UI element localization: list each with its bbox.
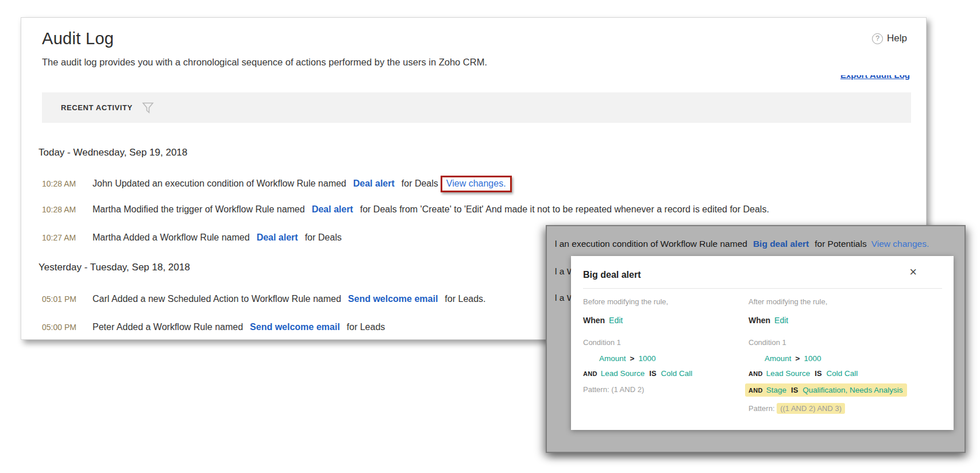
entry-suffix: for Leads. bbox=[445, 294, 485, 304]
entry-text: Martha Added a Workflow Rule named bbox=[92, 232, 250, 242]
date-group-today: Today - Wednesday, Sep 19, 2018 bbox=[38, 147, 187, 158]
entry-time: 10:27 AM bbox=[42, 233, 92, 242]
after-label: After modifying the rule, bbox=[748, 297, 954, 306]
entry-text: John Updated an execution condition of W… bbox=[92, 179, 346, 188]
log-entry: 10:28 AMMartha Modified the trigger of W… bbox=[42, 204, 915, 215]
after-criteria-row-3-highlighted: ANDStageISQualification, Needs Analysis bbox=[745, 383, 907, 397]
entry-time: 05:01 PM bbox=[42, 294, 92, 304]
after-criteria-row-1: Amount>1000 bbox=[765, 354, 954, 363]
trigger-value: Edit bbox=[774, 316, 788, 325]
popup-log-prefix: l an execution condition of Workflow Rul… bbox=[555, 239, 747, 249]
dialog-title: Big deal alert bbox=[583, 270, 936, 280]
help-button[interactable]: ? Help bbox=[872, 33, 907, 44]
after-criteria-row-2: ANDLead SourceISCold Call bbox=[748, 369, 954, 378]
popup-view-changes-link[interactable]: View changes. bbox=[871, 239, 929, 249]
entry-text: Peter Added a Workflow Rule named bbox=[92, 322, 243, 332]
trigger-value: Edit bbox=[609, 316, 623, 325]
entry-text: Carl Added a new Scheduled Action to Wor… bbox=[92, 294, 341, 304]
before-when-row: WhenEdit bbox=[583, 316, 748, 325]
before-criteria-row-2: ANDLead SourceISCold Call bbox=[583, 369, 748, 378]
before-pattern: Pattern: (1 AND 2) bbox=[583, 385, 748, 394]
workflow-rule-link[interactable]: Deal alert bbox=[312, 204, 353, 214]
before-criteria-row-1: Amount>1000 bbox=[599, 354, 748, 363]
export-audit-log-clipped: Export Audit Log bbox=[840, 75, 910, 85]
view-changes-link[interactable]: View changes. bbox=[446, 179, 506, 188]
entry-time: 10:28 AM bbox=[42, 179, 92, 188]
export-audit-log-link[interactable]: Export Audit Log bbox=[840, 75, 910, 80]
entry-suffix: for Deals bbox=[402, 179, 438, 188]
date-group-yesterday: Yesterday - Tuesday, Sep 18, 2018 bbox=[38, 262, 190, 273]
close-icon[interactable]: × bbox=[909, 266, 917, 278]
recent-activity-label: RECENT ACTIVITY bbox=[61, 103, 133, 112]
log-entry: 10:28 AMJohn Updated an execution condit… bbox=[42, 176, 915, 192]
help-label: Help bbox=[887, 33, 907, 44]
after-condition-label: Condition 1 bbox=[748, 338, 954, 347]
entry-suffix: for Deals bbox=[305, 232, 342, 242]
entry-time: 05:00 PM bbox=[42, 323, 92, 332]
entry-text: Martha Modified the trigger of Workflow … bbox=[92, 204, 305, 214]
filter-icon[interactable] bbox=[142, 102, 154, 114]
view-changes-popup: l an execution condition of Workflow Rul… bbox=[546, 225, 966, 453]
recent-activity-bar: RECENT ACTIVITY bbox=[42, 92, 911, 123]
workflow-rule-link[interactable]: Send welcome email bbox=[250, 322, 340, 332]
after-pattern: Pattern: ((1 AND 2) AND 3) bbox=[748, 404, 954, 413]
pattern-highlight: ((1 AND 2) AND 3) bbox=[777, 403, 845, 414]
workflow-rule-link[interactable]: Deal alert bbox=[257, 232, 298, 242]
page-description: The audit log provides you with a chrono… bbox=[42, 57, 487, 68]
red-highlight-box: View changes. bbox=[441, 176, 512, 192]
page-title: Audit Log bbox=[42, 29, 114, 48]
entry-suffix: for Leads bbox=[347, 322, 385, 332]
before-label: Before modifying the rule, bbox=[583, 297, 748, 306]
before-column: Before modifying the rule, WhenEdit Cond… bbox=[583, 289, 748, 413]
after-when-row: WhenEdit bbox=[748, 316, 954, 325]
after-column: After modifying the rule, WhenEdit Condi… bbox=[748, 289, 954, 413]
big-deal-alert-dialog: Big deal alert × Before modifying the ru… bbox=[571, 256, 954, 430]
workflow-rule-link[interactable]: Send welcome email bbox=[348, 294, 438, 304]
help-icon: ? bbox=[872, 33, 883, 44]
entry-suffix: for Deals from 'Create' to 'Edit' And ma… bbox=[360, 204, 769, 214]
big-deal-alert-link[interactable]: Big deal alert bbox=[753, 239, 809, 249]
entry-time: 10:28 AM bbox=[42, 205, 92, 214]
popup-log-suffix: for Potentials bbox=[815, 239, 866, 249]
workflow-rule-link[interactable]: Deal alert bbox=[353, 179, 395, 188]
before-condition-label: Condition 1 bbox=[583, 338, 748, 347]
popup-log-line: l an execution condition of Workflow Rul… bbox=[555, 239, 960, 249]
